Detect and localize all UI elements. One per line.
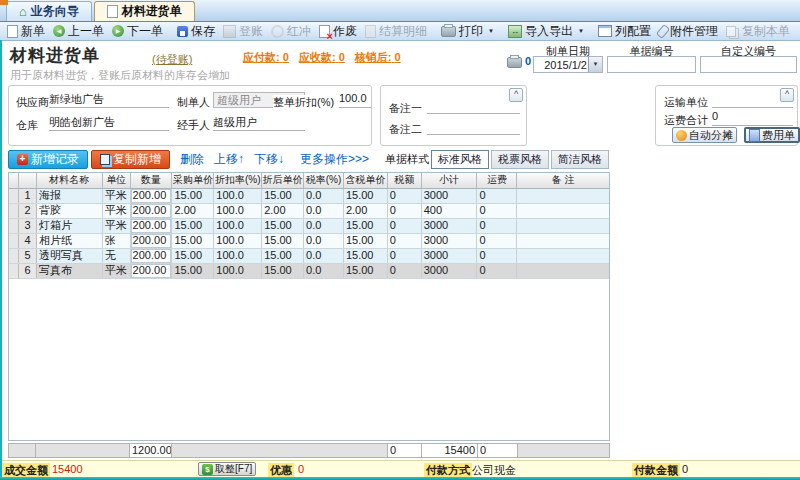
table-cell[interactable]: 0 xyxy=(388,189,422,203)
expense-order-button[interactable]: 费用单 xyxy=(744,127,800,143)
attachment-button[interactable]: 附件管理 xyxy=(656,22,721,41)
move-down-link[interactable]: 下移↓ xyxy=(254,151,284,168)
warehouse-field[interactable]: 明皓创新广告 xyxy=(49,115,169,131)
column-header[interactable]: 材料名称 xyxy=(37,173,103,188)
table-cell[interactable]: 3000 xyxy=(422,249,478,263)
table-cell[interactable]: 2.00 xyxy=(172,204,214,218)
tab-material-purchase[interactable]: 材料进货单 xyxy=(94,1,195,21)
column-header[interactable]: 小计 xyxy=(422,173,478,188)
table-cell[interactable] xyxy=(517,189,609,203)
table-cell[interactable]: 2.00 xyxy=(262,204,304,218)
table-cell[interactable]: 100.0 xyxy=(214,189,262,203)
table-cell[interactable]: 200.00 xyxy=(131,204,173,218)
print-button[interactable]: 打印▼ xyxy=(438,22,497,41)
table-cell[interactable] xyxy=(517,204,609,218)
table-cell[interactable]: 0 xyxy=(388,219,422,233)
row-number[interactable]: 2 xyxy=(19,204,37,218)
table-cell[interactable]: 200.00 xyxy=(131,264,173,278)
table-cell[interactable]: 100.0 xyxy=(214,219,262,233)
table-cell[interactable]: 3000 xyxy=(422,264,478,278)
table-cell[interactable]: 15.00 xyxy=(262,189,304,203)
column-header[interactable]: 运费 xyxy=(477,173,517,188)
table-cell[interactable] xyxy=(517,234,609,248)
column-header[interactable]: 含税单价 xyxy=(344,173,388,188)
table-cell[interactable]: 100.0 xyxy=(214,234,262,248)
transport-field[interactable] xyxy=(712,92,793,108)
style-tax-tab[interactable]: 税票风格 xyxy=(491,150,549,169)
table-cell[interactable]: 15.00 xyxy=(172,264,214,278)
column-header[interactable]: 折扣率(%) xyxy=(214,173,262,188)
auto-allocate-button[interactable]: 自动分摊 xyxy=(672,127,737,143)
table-cell[interactable]: 2.00 xyxy=(344,204,388,218)
table-cell[interactable]: 相片纸 xyxy=(37,234,103,248)
table-cell[interactable]: 15.00 xyxy=(262,234,304,248)
table-cell[interactable]: 透明写真 xyxy=(37,249,103,263)
table-cell[interactable]: 0 xyxy=(388,264,422,278)
table-cell[interactable]: 平米 xyxy=(103,219,131,233)
table-cell[interactable] xyxy=(517,219,609,233)
column-header[interactable]: 税率(%) xyxy=(304,173,344,188)
table-cell[interactable]: 0.0 xyxy=(304,249,344,263)
table-cell[interactable]: 100.0 xyxy=(214,249,262,263)
order-date-input[interactable]: 2015/1/2 xyxy=(533,56,603,73)
save-button[interactable]: 保存 xyxy=(174,22,218,41)
round-button[interactable]: 取整[F7] xyxy=(198,462,256,476)
table-cell[interactable]: 海报 xyxy=(37,189,103,203)
delete-link[interactable]: 删除 xyxy=(180,151,204,168)
writeoff-link[interactable]: 核销后: 0 xyxy=(355,51,401,63)
table-cell[interactable]: 平米 xyxy=(103,264,131,278)
table-cell[interactable]: 背胶 xyxy=(37,204,103,218)
style-simple-tab[interactable]: 简洁风格 xyxy=(551,150,609,169)
table-cell[interactable]: 0 xyxy=(477,249,517,263)
table-cell[interactable]: 3000 xyxy=(422,189,478,203)
print-icon[interactable] xyxy=(507,57,522,68)
table-cell[interactable]: 200.00 xyxy=(131,189,173,203)
table-cell[interactable]: 15.00 xyxy=(344,219,388,233)
style-standard-tab[interactable]: 标准风格 xyxy=(431,150,489,169)
note2-field[interactable] xyxy=(427,119,520,135)
receivable-link[interactable]: 应收款: 0 xyxy=(299,51,345,63)
table-cell[interactable] xyxy=(517,249,609,263)
more-operations-link[interactable]: 更多操作>>> xyxy=(300,151,369,168)
table-cell[interactable]: 200.00 xyxy=(131,234,173,248)
chevron-down-icon[interactable] xyxy=(588,57,602,72)
row-number[interactable]: 5 xyxy=(19,249,37,263)
table-cell[interactable]: 400 xyxy=(422,204,478,218)
table-cell[interactable]: 15.00 xyxy=(172,234,214,248)
column-header[interactable]: 单位 xyxy=(103,173,131,188)
table-cell[interactable]: 15.00 xyxy=(344,234,388,248)
table-cell[interactable]: 200.00 xyxy=(131,219,173,233)
new-order-button[interactable]: 新单 xyxy=(4,22,48,41)
table-cell[interactable]: 0.0 xyxy=(304,189,344,203)
table-cell[interactable]: 0 xyxy=(388,234,422,248)
table-cell[interactable]: 灯箱片 xyxy=(37,219,103,233)
table-cell[interactable]: 15.00 xyxy=(262,249,304,263)
table-cell[interactable]: 写真布 xyxy=(37,264,103,278)
copy-add-button[interactable]: 复制新增 xyxy=(91,150,170,169)
prev-order-button[interactable]: 上一单 xyxy=(50,22,107,41)
table-cell[interactable]: 张 xyxy=(103,234,131,248)
table-cell[interactable]: 0 xyxy=(477,264,517,278)
payable-link[interactable]: 应付款: 0 xyxy=(243,51,289,63)
table-cell[interactable]: 3000 xyxy=(422,219,478,233)
table-cell[interactable]: 0.0 xyxy=(304,204,344,218)
table-cell[interactable]: 15.00 xyxy=(262,264,304,278)
custom-number-input[interactable] xyxy=(700,56,797,73)
table-cell[interactable]: 3000 xyxy=(422,234,478,248)
move-up-link[interactable]: 上移↑ xyxy=(214,151,244,168)
row-number[interactable]: 4 xyxy=(19,234,37,248)
note1-field[interactable] xyxy=(427,98,520,114)
table-cell[interactable]: 100.0 xyxy=(214,204,262,218)
tab-business-wizard[interactable]: ⌂ 业务向导 xyxy=(6,1,92,21)
supplier-field[interactable]: 新绿地广告 xyxy=(49,92,169,108)
column-header[interactable]: 备 注 xyxy=(517,173,609,188)
table-cell[interactable]: 0 xyxy=(388,204,422,218)
table-cell[interactable]: 平米 xyxy=(103,204,131,218)
table-cell[interactable]: 15.00 xyxy=(172,189,214,203)
table-cell[interactable]: 15.00 xyxy=(344,189,388,203)
table-cell[interactable]: 100.0 xyxy=(214,264,262,278)
table-cell[interactable]: 0 xyxy=(477,189,517,203)
table-cell[interactable]: 0.0 xyxy=(304,264,344,278)
add-record-button[interactable]: 新增记录 xyxy=(8,150,88,169)
table-cell[interactable] xyxy=(517,264,609,278)
